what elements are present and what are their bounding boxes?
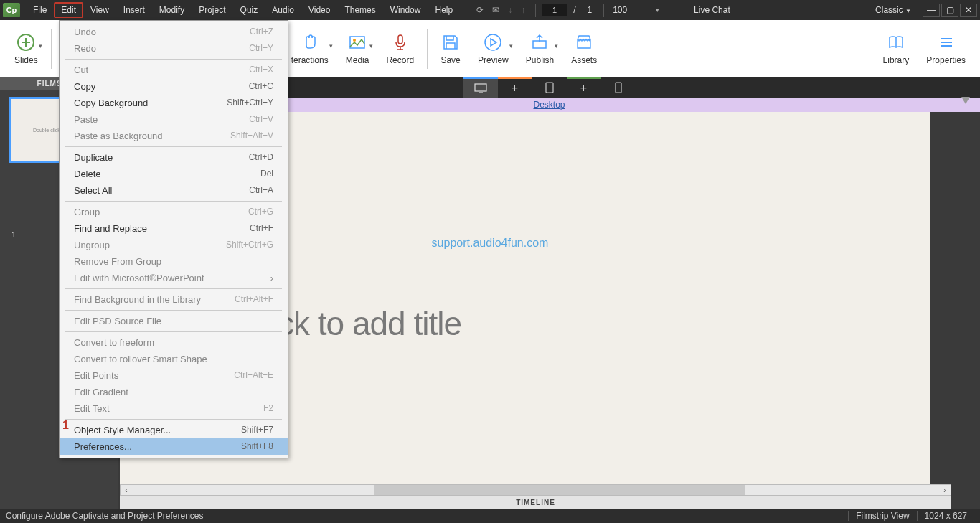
separator [603, 4, 604, 17]
slides-button[interactable]: Slides [6, 29, 47, 68]
watermark: support.audio4fun.com [432, 237, 549, 250]
preview-button[interactable]: Preview [469, 29, 517, 68]
svg-point-4 [353, 39, 356, 42]
status-dimensions: 1024 x 627 [917, 511, 974, 521]
menu-window[interactable]: Window [383, 2, 428, 18]
menu-item-shortcut: Shift+F7 [241, 425, 273, 435]
zoom-level[interactable]: 100 [610, 5, 646, 15]
menu-item-paste-as-background: Paste as BackgroundShift+Alt+V [60, 128, 288, 144]
menu-item-shortcut: Ctrl+Alt+E [234, 370, 273, 381]
page-total: 1 [588, 5, 593, 15]
menu-item-delete[interactable]: DeleteDel [60, 166, 288, 182]
svg-rect-11 [475, 84, 486, 91]
menu-audio[interactable]: Audio [265, 2, 301, 18]
menu-item-shortcut: Ctrl+X [249, 65, 273, 75]
menu-item-shortcut: F2 [263, 403, 273, 414]
image-icon [347, 32, 367, 52]
menu-item-label: Copy Background [74, 98, 148, 108]
desktop-link[interactable]: Desktop [533, 100, 565, 110]
menu-separator [65, 201, 282, 202]
menu-insert[interactable]: Insert [116, 2, 152, 18]
menu-separator [65, 59, 282, 60]
menu-item-find-background-in-the-library: Find Background in the LibraryCtrl+Alt+F [60, 291, 288, 308]
horizontal-scrollbar[interactable]: ‹ › [120, 484, 951, 496]
menu-item-select-all[interactable]: Select AllCtrl+A [60, 182, 288, 199]
menu-item-edit-with-microsoft-powerpoint: Edit with Microsoft®PowerPoint [60, 270, 288, 286]
menu-view[interactable]: View [83, 2, 116, 18]
breakpoint-marker[interactable] [961, 97, 970, 104]
edit-dropdown-menu: UndoCtrl+ZRedoCtrl+YCutCtrl+XCopyCtrl+CC… [59, 20, 288, 458]
save-button[interactable]: Save [432, 29, 469, 68]
assets-button[interactable]: Assets [562, 29, 606, 68]
menu-item-copy[interactable]: CopyCtrl+C [60, 78, 288, 95]
scroll-left-arrow[interactable]: ‹ [121, 486, 132, 494]
tool-label: Publish [526, 55, 554, 65]
properties-button[interactable]: Properties [918, 29, 974, 68]
menu-item-label: Redo [74, 43, 96, 54]
menu-item-shortcut: Shift+Ctrl+G [226, 240, 273, 250]
workspace-dropdown[interactable]: Classic ▼ [870, 4, 917, 17]
menu-item-label: Edit with Microsoft®PowerPoint [74, 273, 204, 283]
mobile-tab[interactable] [601, 77, 636, 98]
menu-themes[interactable]: Themes [337, 2, 382, 18]
menu-item-label: Select All [74, 185, 112, 196]
library-button[interactable]: Library [875, 29, 918, 68]
interactions-button[interactable]: teractions [283, 29, 337, 68]
menu-item-label: Remove From Group [74, 256, 161, 267]
tool-label: Record [386, 55, 414, 65]
menu-item-label: Convert to rollover Smart Shape [74, 354, 207, 364]
menu-item-paste: PasteCtrl+V [60, 111, 288, 128]
svg-rect-13 [546, 83, 553, 93]
tablet-tab[interactable] [532, 77, 567, 98]
chevron-down-icon[interactable]: ▼ [654, 7, 660, 14]
minimize-button[interactable]: — [923, 4, 940, 17]
page-sep: / [573, 5, 575, 15]
menu-item-label: Delete [74, 169, 101, 179]
menu-item-shortcut: Ctrl+C [249, 81, 273, 92]
menu-item-object-style-manager[interactable]: Object Style Manager...Shift+F7 [60, 422, 288, 438]
menu-video[interactable]: Video [301, 2, 337, 18]
media-button[interactable]: Media [337, 29, 378, 68]
scroll-thumb[interactable] [374, 485, 746, 495]
mail-icon[interactable]: ✉ [488, 4, 504, 17]
menu-item-shortcut: Ctrl+Y [249, 43, 273, 54]
menu-item-shortcut: Ctrl+V [249, 114, 273, 125]
refresh-icon[interactable]: ⟳ [472, 4, 488, 17]
menu-quiz[interactable]: Quiz [233, 2, 265, 18]
menu-item-preferences[interactable]: Preferences...Shift+F8 [60, 438, 288, 455]
menu-item-label: Paste as Background [74, 131, 163, 141]
close-button[interactable]: ✕ [960, 4, 977, 17]
record-button[interactable]: Record [377, 29, 423, 68]
menu-item-label: Edit Text [74, 403, 110, 414]
scroll-right-arrow[interactable]: › [939, 486, 951, 494]
svg-rect-3 [350, 37, 364, 48]
menu-item-copy-background[interactable]: Copy BackgroundShift+Ctrl+Y [60, 95, 288, 111]
tool-label: Properties [926, 55, 966, 65]
download-icon[interactable]: ↓ [504, 4, 517, 17]
app-logo: Cp [3, 3, 20, 17]
maximize-button[interactable]: ▢ [941, 4, 958, 17]
upload-icon[interactable]: ↑ [517, 4, 529, 17]
menu-item-group: GroupCtrl+G [60, 204, 288, 220]
publish-icon [529, 32, 550, 52]
desktop-tab[interactable] [463, 77, 498, 98]
menu-item-remove-from-group: Remove From Group [60, 253, 288, 270]
svg-point-6 [485, 34, 501, 50]
menu-file[interactable]: File [26, 2, 54, 18]
timeline-panel-header[interactable]: TIMELINE [120, 496, 951, 509]
separator [535, 4, 536, 17]
menu-project[interactable]: Project [192, 2, 232, 18]
menu-item-label: Duplicate [74, 152, 113, 163]
live-chat-button[interactable]: Live Chat [687, 2, 738, 18]
menu-edit[interactable]: Edit [54, 2, 83, 18]
publish-button[interactable]: Publish [517, 29, 562, 68]
menu-help[interactable]: Help [428, 2, 460, 18]
menu-item-find-and-replace[interactable]: Find and ReplaceCtrl+F [60, 220, 288, 237]
page-current-input[interactable] [542, 4, 567, 16]
add-device-tab[interactable]: + [498, 77, 532, 98]
menu-item-undo: UndoCtrl+Z [60, 24, 288, 40]
menu-item-edit-gradient: Edit Gradient [60, 384, 288, 400]
menu-item-duplicate[interactable]: DuplicateCtrl+D [60, 149, 288, 166]
menu-modify[interactable]: Modify [152, 2, 192, 18]
add-device-tab[interactable]: + [567, 77, 601, 98]
